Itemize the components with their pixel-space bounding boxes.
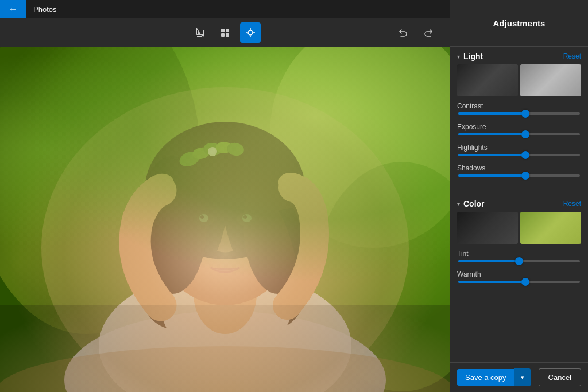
- cancel-button[interactable]: Cancel: [539, 368, 581, 386]
- highlights-label: Highlights: [457, 143, 581, 152]
- svg-point-29: [237, 212, 257, 226]
- svg-point-37: [0, 346, 450, 392]
- svg-point-35: [275, 169, 313, 201]
- contrast-fill: [458, 112, 525, 115]
- color-reset-button[interactable]: Reset: [563, 200, 581, 208]
- svg-point-18: [145, 122, 305, 259]
- svg-point-32: [200, 215, 204, 219]
- svg-point-20: [243, 156, 312, 294]
- main-photo-area: [0, 47, 450, 392]
- svg-point-33: [243, 215, 247, 219]
- redo-icon: [423, 28, 434, 38]
- warmth-fill: [458, 281, 525, 283]
- color-thumb-2[interactable]: [520, 212, 581, 244]
- highlights-track[interactable]: [458, 154, 580, 156]
- svg-point-11: [270, 47, 450, 248]
- light-section: ▾ Light Reset Contrast Exposure: [450, 47, 588, 189]
- svg-point-13: [41, 87, 409, 392]
- crop-tool-button[interactable]: [189, 22, 210, 43]
- svg-point-17: [150, 133, 300, 305]
- save-copy-dropdown-button[interactable]: ▾: [514, 368, 531, 386]
- filter-icon: [220, 28, 230, 38]
- exposure-label: Exposure: [457, 123, 581, 131]
- svg-point-23: [203, 142, 222, 157]
- svg-point-15: [99, 271, 351, 392]
- svg-point-30: [199, 214, 208, 222]
- section-left-color: ▾ Color: [457, 199, 485, 208]
- contrast-label: Contrast: [457, 102, 581, 110]
- color-chevron-icon[interactable]: ▾: [457, 201, 460, 207]
- right-panel: Adjustments ▾ Light Reset Contrast: [450, 0, 588, 392]
- highlights-fill: [458, 154, 525, 156]
- photo-container: [0, 47, 450, 392]
- panel-header: Adjustments: [450, 0, 588, 47]
- back-icon: ←: [9, 4, 18, 14]
- color-thumb-strip: [457, 212, 581, 244]
- undo-button[interactable]: [393, 22, 413, 43]
- filter-tool-button[interactable]: [215, 22, 235, 43]
- undo-icon: [398, 28, 408, 38]
- svg-rect-3: [226, 33, 229, 37]
- svg-point-25: [226, 142, 245, 157]
- exposure-slider-row: Exposure: [457, 123, 581, 135]
- color-section-header: ▾ Color Reset: [457, 199, 581, 208]
- svg-rect-36: [0, 305, 450, 392]
- undo-redo-group: [393, 18, 439, 47]
- light-chevron-icon[interactable]: ▾: [457, 53, 460, 60]
- back-button[interactable]: ←: [0, 0, 26, 18]
- warmth-track[interactable]: [458, 281, 580, 283]
- warmth-label: Warmth: [457, 270, 581, 278]
- highlights-thumb[interactable]: [521, 151, 529, 159]
- bottom-bar: Save a copy ▾ Cancel: [450, 362, 588, 392]
- svg-rect-1: [226, 29, 229, 32]
- warmth-slider-row: Warmth: [457, 270, 581, 283]
- color-section-name: Color: [463, 199, 485, 208]
- light-thumb-light[interactable]: [520, 64, 581, 96]
- save-copy-group: Save a copy ▾: [457, 368, 531, 386]
- light-thumb-dark[interactable]: [457, 64, 518, 96]
- panel-content: ▾ Light Reset Contrast Exposure: [450, 47, 588, 362]
- section-divider: [450, 192, 588, 192]
- shadows-fill: [458, 174, 525, 177]
- shadows-track[interactable]: [458, 174, 580, 177]
- svg-point-24: [216, 142, 232, 153]
- title-bar-left: ← Photos: [0, 0, 56, 18]
- exposure-fill: [458, 133, 525, 135]
- exposure-track[interactable]: [458, 133, 580, 135]
- color-thumb-1[interactable]: [457, 212, 518, 244]
- adjust-icon: [245, 28, 256, 38]
- tint-slider-row: Tint: [457, 250, 581, 262]
- toolbar: [0, 18, 450, 47]
- photo-svg: [0, 47, 450, 392]
- shadows-thumb[interactable]: [521, 172, 529, 180]
- tint-label: Tint: [457, 250, 581, 258]
- warmth-thumb[interactable]: [521, 278, 529, 286]
- contrast-slider-row: Contrast: [457, 102, 581, 115]
- svg-point-16: [194, 254, 257, 334]
- svg-point-34: [137, 168, 179, 207]
- highlights-slider-row: Highlights: [457, 143, 581, 156]
- svg-point-19: [138, 156, 207, 294]
- svg-point-10: [0, 47, 201, 334]
- svg-rect-9: [0, 47, 450, 392]
- shadows-slider-row: Shadows: [457, 164, 581, 177]
- tint-thumb[interactable]: [515, 257, 523, 265]
- light-thumb-strip: [457, 64, 581, 96]
- save-copy-button[interactable]: Save a copy: [457, 369, 514, 386]
- dropdown-chevron-icon: ▾: [521, 374, 524, 381]
- svg-point-12: [316, 162, 450, 391]
- exposure-thumb[interactable]: [521, 130, 529, 138]
- redo-button[interactable]: [418, 22, 439, 43]
- light-reset-button[interactable]: Reset: [563, 52, 581, 60]
- color-section: ▾ Color Reset Tint Warmth: [450, 195, 588, 296]
- svg-point-21: [177, 149, 202, 169]
- svg-point-31: [242, 214, 252, 222]
- section-left-light: ▾ Light: [457, 52, 483, 61]
- svg-point-28: [194, 212, 214, 226]
- contrast-thumb[interactable]: [521, 110, 529, 118]
- svg-rect-2: [221, 33, 225, 37]
- contrast-track[interactable]: [458, 112, 580, 115]
- adjust-tool-button[interactable]: [240, 22, 261, 43]
- tint-track[interactable]: [458, 260, 580, 262]
- app-title: Photos: [26, 5, 56, 14]
